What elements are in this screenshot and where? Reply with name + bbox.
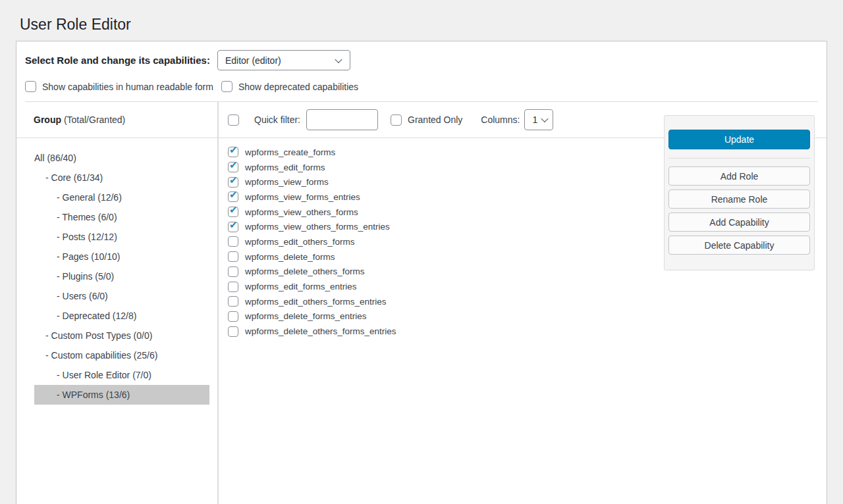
capability-checkbox[interactable]	[228, 236, 238, 247]
columns-select[interactable]: 1	[524, 109, 553, 130]
capability-checkbox[interactable]	[228, 162, 238, 172]
group-tree-item-label: - Posts (12/12)	[57, 232, 117, 242]
chevron-down-icon	[541, 115, 549, 122]
capability-label: wpforms_view_forms	[245, 177, 329, 187]
columns-select-value: 1	[532, 114, 537, 125]
quick-filter-label: Quick filter:	[254, 114, 300, 125]
capability-checkbox[interactable]	[228, 222, 238, 232]
capability-label: wpforms_view_others_forms_entries	[245, 222, 390, 232]
group-tree-item[interactable]: - Custom Post Types (0/0)	[34, 326, 209, 345]
capability-checkbox[interactable]	[228, 177, 238, 188]
group-tree-item-label: - Core (61/34)	[45, 172, 103, 183]
rename-role-button[interactable]: Rename Role	[668, 189, 810, 209]
user-role-editor-panel: Select Role and change its capabilities:…	[16, 41, 827, 504]
capability-label: wpforms_delete_forms	[245, 252, 335, 262]
show-deprecated-checkbox[interactable]	[221, 81, 232, 92]
capability-label: wpforms_edit_others_forms	[245, 237, 355, 247]
display-options-row: Show capabilities in human readable form…	[16, 70, 827, 101]
capability-checkbox[interactable]	[228, 296, 238, 307]
show-human-readable-label: Show capabilities in human readable form	[42, 82, 213, 92]
select-all-checkbox[interactable]	[228, 114, 239, 126]
group-tree-item[interactable]: - Core (61/34)	[34, 168, 209, 188]
quick-filter-input[interactable]	[306, 109, 378, 130]
capability-label: wpforms_view_forms_entries	[245, 192, 360, 202]
group-tree-item-label: - Plugins (5/0)	[57, 271, 114, 282]
capability-checkbox[interactable]	[228, 147, 238, 157]
capability-checkbox[interactable]	[228, 326, 238, 337]
group-tree-item-label: - Custom capabilities (25/6)	[45, 350, 157, 361]
group-tree-item-label: - Themes (6/0)	[57, 212, 117, 222]
capability-row: wpforms_edit_forms_entries	[228, 279, 827, 294]
capability-row: wpforms_edit_others_forms_entries	[228, 294, 827, 309]
groups-header-subtitle: (Total/Granted)	[61, 114, 125, 125]
capability-checkbox[interactable]	[228, 266, 238, 277]
show-deprecated-label: Show deprecated capabilities	[238, 82, 358, 92]
group-tree-item-label: - Custom Post Types (0/0)	[45, 330, 152, 341]
capability-checkbox[interactable]	[228, 191, 238, 202]
granted-only-checkbox[interactable]	[391, 114, 402, 126]
group-tree-item[interactable]: - Plugins (5/0)	[34, 266, 209, 286]
add-capability-button[interactable]: Add Capability	[668, 213, 810, 232]
group-tree-item[interactable]: All (86/40)	[34, 148, 209, 168]
capability-label: wpforms_create_forms	[245, 147, 335, 157]
group-tree-item[interactable]: - Pages (10/10)	[34, 247, 209, 266]
group-tree-item[interactable]: - Users (6/0)	[34, 286, 209, 306]
capability-checkbox[interactable]	[228, 282, 238, 292]
capability-label: wpforms_edit_forms	[245, 163, 325, 172]
group-tree-item[interactable]: - Themes (6/0)	[34, 207, 209, 227]
role-select-row: Select Role and change its capabilities:…	[16, 41, 827, 70]
group-tree-item[interactable]: - Deprecated (12/8)	[34, 306, 209, 326]
granted-only-label: Granted Only	[408, 114, 462, 125]
group-tree-item[interactable]: - Custom capabilities (25/6)	[34, 345, 209, 365]
group-tree-item[interactable]: - General (12/6)	[34, 188, 209, 207]
capability-label: wpforms_edit_others_forms_entries	[245, 297, 387, 307]
group-tree-item[interactable]: - Posts (12/12)	[34, 227, 209, 247]
columns-label: Columns:	[481, 114, 520, 125]
capability-label: wpforms_delete_others_forms_entries	[245, 326, 396, 336]
capability-checkbox[interactable]	[228, 311, 238, 322]
capabilities-area: Quick filter: Granted Only Columns: 1 wp…	[219, 102, 827, 504]
role-select[interactable]: Editor (editor)	[217, 50, 350, 70]
capability-checkbox[interactable]	[228, 251, 238, 262]
chevron-down-icon	[335, 55, 342, 63]
group-tree-item[interactable]: - WPForms (13/6)	[34, 385, 209, 405]
group-tree-item-label: - General (12/6)	[57, 192, 122, 203]
group-tree-item[interactable]: - User Role Editor (7/0)	[34, 365, 209, 385]
role-select-value: Editor (editor)	[225, 55, 281, 66]
capability-label: wpforms_edit_forms_entries	[245, 282, 357, 291]
group-tree-item-label: - WPForms (13/6)	[57, 390, 130, 400]
group-tree-item-label: - Deprecated (12/8)	[57, 311, 136, 321]
group-tree-item-label: All (86/40)	[34, 153, 76, 163]
group-tree-item-label: - User Role Editor (7/0)	[57, 370, 151, 380]
show-human-readable-checkbox[interactable]	[25, 81, 36, 92]
group-tree-item-label: - Users (6/0)	[57, 291, 108, 301]
capability-row: wpforms_delete_others_forms_entries	[228, 324, 827, 339]
groups-header: Group (Total/Granted)	[16, 102, 219, 138]
capability-label: wpforms_delete_forms_entries	[245, 311, 367, 321]
select-role-label: Select Role and change its capabilities:	[25, 55, 210, 66]
update-button[interactable]: Update	[668, 130, 810, 149]
groups-tree: All (86/40) - Core (61/34) - General (12…	[16, 138, 217, 405]
actions-divider	[668, 158, 810, 159]
page-title: User Role Editor	[20, 14, 843, 34]
groups-sidebar: Group (Total/Granted) All (86/40) - Core…	[16, 102, 219, 504]
groups-header-title: Group	[34, 114, 61, 125]
actions-panel: Update Add Role Rename Role Add Capabili…	[664, 115, 815, 270]
capability-label: wpforms_view_others_forms	[245, 207, 358, 217]
group-tree-item-label: - Pages (10/10)	[57, 251, 121, 262]
add-role-button[interactable]: Add Role	[668, 166, 810, 186]
delete-capability-button[interactable]: Delete Capability	[668, 236, 810, 255]
capability-label: wpforms_delete_others_forms	[245, 266, 365, 276]
capability-row: wpforms_delete_forms_entries	[228, 309, 827, 324]
capability-checkbox[interactable]	[228, 207, 238, 217]
